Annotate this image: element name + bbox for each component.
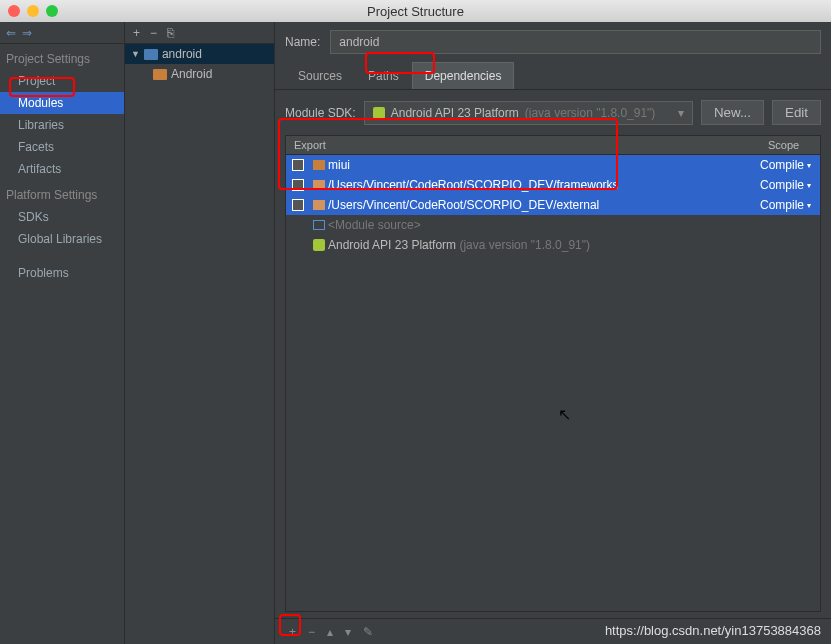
new-button[interactable]: New... [701, 100, 764, 125]
dependency-table: Export Scope miui Compile▾ /Users/Vincen… [285, 135, 821, 612]
chevron-down-icon: ▾ [678, 106, 684, 120]
sdk-select[interactable]: Android API 23 Platform (java version "1… [364, 101, 693, 125]
dep-row-sdk[interactable]: Android API 23 Platform (java version "1… [286, 235, 820, 255]
tree-child-label: Android [171, 67, 212, 81]
col-export: Export [286, 136, 760, 154]
android-icon [313, 239, 325, 251]
sdk-hint: (java version "1.8.0_91") [525, 106, 656, 120]
android-icon [373, 107, 385, 119]
remove-dep-icon[interactable]: − [308, 625, 315, 639]
sidebar-item-libraries[interactable]: Libraries [0, 114, 124, 136]
export-checkbox[interactable] [292, 179, 304, 191]
tab-paths[interactable]: Paths [355, 62, 412, 89]
name-input[interactable] [330, 30, 821, 54]
back-icon[interactable]: ⇐ [6, 26, 16, 40]
sidebar: ⇐ ⇒ Project Settings Project Modules Lib… [0, 22, 125, 644]
edit-dep-icon[interactable]: ✎ [363, 625, 373, 639]
export-checkbox[interactable] [292, 199, 304, 211]
tabs: Sources Paths Dependencies [275, 62, 831, 90]
library-icon [313, 160, 325, 170]
dep-label: /Users/Vincent/CodeRoot/SCORPIO_DEV/fram… [328, 178, 760, 192]
name-label: Name: [285, 35, 320, 49]
sidebar-item-problems[interactable]: Problems [0, 262, 124, 284]
module-icon [144, 49, 158, 60]
watermark: https://blog.csdn.net/yin13753884368 [605, 623, 821, 638]
dep-label: miui [328, 158, 760, 172]
remove-module-icon[interactable]: − [150, 26, 157, 40]
dep-row-module-source[interactable]: <Module source> [286, 215, 820, 235]
tree-root-label: android [162, 47, 202, 61]
sidebar-item-modules[interactable]: Modules [0, 92, 124, 114]
window-title: Project Structure [0, 4, 831, 19]
folder-icon [313, 180, 325, 190]
sdk-label: Module SDK: [285, 106, 356, 120]
sidebar-section-platform: Platform Settings [0, 180, 124, 206]
titlebar: Project Structure [0, 0, 831, 22]
add-dep-icon[interactable]: + [289, 625, 296, 639]
tree-root[interactable]: ▼ android [125, 44, 274, 64]
dep-row-external[interactable]: /Users/Vincent/CodeRoot/SCORPIO_DEV/exte… [286, 195, 820, 215]
edit-button[interactable]: Edit [772, 100, 821, 125]
tree-child[interactable]: Android [125, 64, 274, 84]
content-panel: Name: Sources Paths Dependencies Module … [275, 22, 831, 644]
tab-dependencies[interactable]: Dependencies [412, 62, 515, 89]
sdk-value: Android API 23 Platform [391, 106, 519, 120]
sidebar-item-artifacts[interactable]: Artifacts [0, 158, 124, 180]
module-source-icon [313, 220, 325, 230]
dep-row-frameworks[interactable]: /Users/Vincent/CodeRoot/SCORPIO_DEV/fram… [286, 175, 820, 195]
col-scope: Scope [760, 136, 820, 154]
chevron-down-icon[interactable]: ▼ [131, 49, 140, 59]
dep-row-miui[interactable]: miui Compile▾ [286, 155, 820, 175]
module-tree: + − ⎘ ▼ android Android [125, 22, 275, 644]
folder-icon [153, 69, 167, 80]
copy-module-icon[interactable]: ⎘ [167, 26, 174, 40]
dep-label: Android API 23 Platform [328, 238, 456, 252]
move-down-icon[interactable]: ▾ [345, 625, 351, 639]
folder-icon [313, 200, 325, 210]
export-checkbox[interactable] [292, 159, 304, 171]
sidebar-item-project[interactable]: Project [0, 70, 124, 92]
sidebar-section-project: Project Settings [0, 44, 124, 70]
sidebar-item-facets[interactable]: Facets [0, 136, 124, 158]
sidebar-item-sdks[interactable]: SDKs [0, 206, 124, 228]
dep-label: <Module source> [328, 218, 760, 232]
sidebar-item-global-libs[interactable]: Global Libraries [0, 228, 124, 250]
tab-sources[interactable]: Sources [285, 62, 355, 89]
dep-label: /Users/Vincent/CodeRoot/SCORPIO_DEV/exte… [328, 198, 760, 212]
move-up-icon[interactable]: ▴ [327, 625, 333, 639]
forward-icon[interactable]: ⇒ [22, 26, 32, 40]
add-module-icon[interactable]: + [133, 26, 140, 40]
